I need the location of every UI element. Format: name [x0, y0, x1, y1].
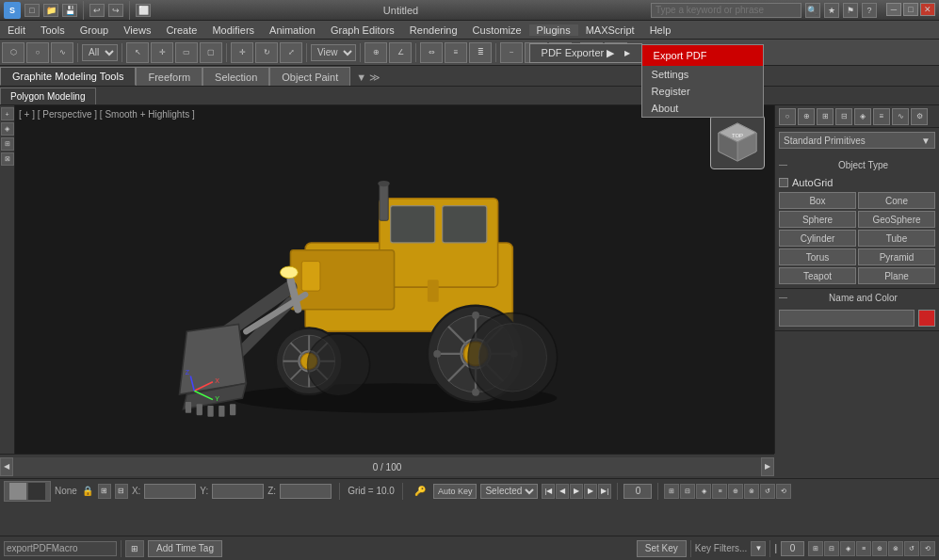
- go-start-btn[interactable]: |◀: [542, 484, 555, 499]
- next-frame-btn[interactable]: ▶: [584, 484, 597, 499]
- primitive-type-dropdown[interactable]: Standard Primitives ▼: [779, 132, 935, 149]
- select-obj-btn[interactable]: ⬡: [2, 42, 24, 63]
- cone-btn[interactable]: Cone: [858, 192, 935, 209]
- open-btn[interactable]: 📁: [43, 4, 58, 17]
- left-btn-1[interactable]: +: [1, 107, 14, 120]
- name-color-header[interactable]: — Name and Color: [775, 289, 939, 306]
- fence-select-btn[interactable]: ▢: [200, 42, 222, 63]
- panel-icon-1[interactable]: ○: [779, 108, 796, 125]
- panel-icon-2[interactable]: ⊕: [798, 108, 815, 125]
- add-tag-icon[interactable]: ⊞: [125, 540, 144, 557]
- frame-end-input[interactable]: [781, 541, 804, 556]
- maximize-btn[interactable]: □: [903, 3, 918, 16]
- tab-freeform[interactable]: Freeform: [136, 67, 202, 86]
- layer-mgr-btn[interactable]: ≣: [469, 42, 492, 63]
- br-icon-7[interactable]: ↺: [904, 541, 919, 556]
- redo-btn[interactable]: ↪: [108, 4, 123, 17]
- menu-maxscript[interactable]: MAXScript: [578, 21, 642, 39]
- selection-filter[interactable]: All: [82, 44, 118, 61]
- register-item[interactable]: Register: [642, 83, 763, 100]
- br-icon-8[interactable]: ⟲: [920, 541, 935, 556]
- status-icon-c[interactable]: ◈: [696, 484, 711, 499]
- menu-help[interactable]: Help: [642, 21, 679, 39]
- status-color-swatch[interactable]: [9, 483, 26, 500]
- panel-icon-4[interactable]: ⊟: [835, 108, 852, 125]
- menu-modifiers[interactable]: Modifiers: [204, 21, 262, 39]
- search-input[interactable]: [651, 3, 801, 18]
- play-btn[interactable]: ▶: [570, 484, 583, 499]
- z-input[interactable]: [280, 484, 332, 499]
- subtab-polygon-modeling[interactable]: Polygon Modeling: [0, 88, 96, 104]
- move-btn[interactable]: ✛: [231, 42, 253, 63]
- go-end-btn[interactable]: ▶|: [598, 484, 611, 499]
- tab-more-btn[interactable]: ▼ ≫: [350, 70, 386, 86]
- status-icon-h[interactable]: ⟲: [776, 484, 791, 499]
- new-btn[interactable]: □: [24, 4, 40, 17]
- status-icon-2[interactable]: ⊟: [115, 484, 128, 499]
- select-btn[interactable]: ↖: [126, 42, 149, 63]
- panel-icon-3[interactable]: ⊞: [817, 108, 834, 125]
- left-btn-2[interactable]: ◈: [1, 122, 14, 136]
- pyramid-btn[interactable]: Pyramid: [858, 248, 935, 265]
- panel-icon-6[interactable]: ≡: [873, 108, 890, 125]
- pdf-exporter-menu-item[interactable]: PDF Exporter ▶: [530, 44, 641, 62]
- export-pdf-item[interactable]: Export PDF: [642, 45, 763, 66]
- rect-select-btn[interactable]: ▭: [175, 42, 198, 63]
- mirror-btn[interactable]: ⇔: [420, 42, 443, 63]
- status-icon-f[interactable]: ⊗: [744, 484, 759, 499]
- set-key-btn[interactable]: Set Key: [637, 540, 687, 557]
- torus-btn[interactable]: Torus: [779, 248, 856, 265]
- panel-icon-8[interactable]: ⚙: [911, 108, 928, 125]
- teapot-btn[interactable]: Teapot: [779, 267, 856, 284]
- key-filters-arrow[interactable]: ▼: [751, 541, 766, 556]
- menu-customize[interactable]: Customize: [465, 21, 529, 39]
- frame-input[interactable]: [623, 484, 652, 499]
- sphere-btn[interactable]: Sphere: [779, 211, 856, 228]
- viewport[interactable]: [ + ] [ Perspective ] [ Smooth + Highlig…: [15, 105, 774, 454]
- angle-snap-btn[interactable]: ∠: [389, 42, 412, 63]
- flag-btn[interactable]: ⚑: [843, 3, 858, 18]
- plane-btn[interactable]: Plane: [858, 267, 935, 284]
- selected-dropdown[interactable]: Selected: [480, 484, 538, 499]
- menu-group[interactable]: Group: [73, 21, 117, 39]
- color-swatch[interactable]: [918, 310, 935, 327]
- add-time-tag-btn[interactable]: Add Time Tag: [148, 540, 222, 557]
- timeline-bar[interactable]: 0 / 100: [13, 457, 761, 476]
- navigation-cube[interactable]: TOP: [710, 115, 765, 169]
- panel-icon-5[interactable]: ◈: [854, 108, 871, 125]
- align-btn[interactable]: ≡: [445, 42, 467, 63]
- status-icon-e[interactable]: ⊕: [728, 484, 743, 499]
- curve-editor-btn[interactable]: ~: [500, 42, 523, 63]
- undo-btn[interactable]: ↩: [89, 4, 105, 17]
- lasso-btn[interactable]: ∿: [51, 42, 73, 63]
- snap-btn[interactable]: ⊕: [364, 42, 387, 63]
- timeline-prev-btn[interactable]: ◀: [0, 457, 13, 476]
- status-color-swatch2[interactable]: [28, 483, 45, 500]
- br-icon-6[interactable]: ⊗: [888, 541, 903, 556]
- menu-views[interactable]: Views: [116, 21, 158, 39]
- left-btn-3[interactable]: ⊞: [1, 137, 14, 151]
- macro-name-input[interactable]: [4, 541, 117, 556]
- geosphere-btn[interactable]: GeoSphere: [858, 211, 935, 228]
- close-btn[interactable]: ✕: [920, 3, 935, 16]
- menu-edit[interactable]: Edit: [0, 21, 33, 39]
- select-region-btn[interactable]: ○: [26, 42, 49, 63]
- status-icon-a[interactable]: ⊞: [664, 484, 679, 499]
- menu-plugins[interactable]: Plugins: [529, 24, 578, 36]
- menu-graph-editors[interactable]: Graph Editors: [323, 21, 402, 39]
- menu-rendering[interactable]: Rendering: [402, 21, 465, 39]
- autogrid-checkbox[interactable]: [779, 178, 788, 187]
- star-btn[interactable]: ★: [824, 3, 839, 18]
- timeline-next-btn[interactable]: ▶: [761, 457, 774, 476]
- search-btn[interactable]: 🔍: [805, 3, 820, 18]
- status-icon-1[interactable]: ⊞: [98, 484, 111, 499]
- about-item[interactable]: About: [642, 100, 763, 117]
- cylinder-btn[interactable]: Cylinder: [779, 230, 856, 247]
- br-icon-3[interactable]: ◈: [840, 541, 855, 556]
- scale-btn[interactable]: ⤢: [280, 42, 302, 63]
- tab-object-paint[interactable]: Object Paint: [269, 67, 350, 86]
- object-type-header[interactable]: — Object Type: [775, 156, 939, 173]
- br-icon-5[interactable]: ⊕: [872, 541, 887, 556]
- y-input[interactable]: [212, 484, 264, 499]
- minimize-btn[interactable]: ─: [886, 3, 901, 16]
